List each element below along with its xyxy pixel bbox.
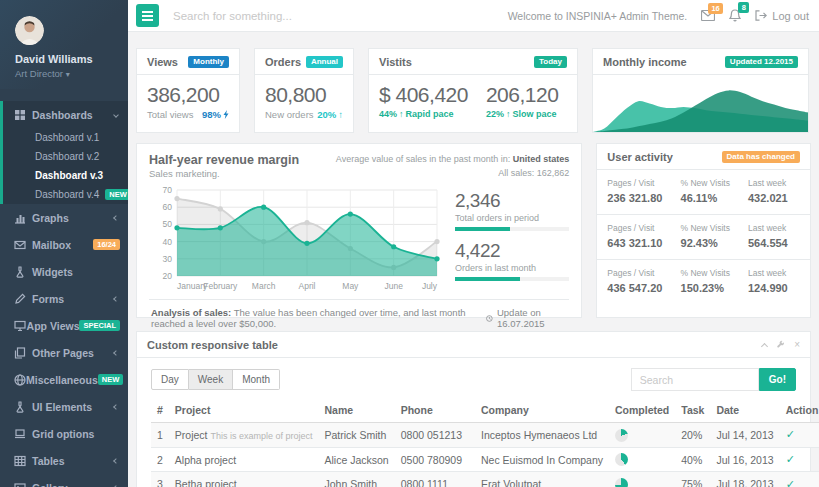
logout-button[interactable]: Log out	[755, 10, 809, 22]
svg-text:March: March	[252, 281, 276, 291]
col-header-name[interactable]: Name	[319, 400, 395, 423]
sign-out-icon	[755, 10, 767, 21]
page-content: Views Monthly 386,200 Total views 98% Or…	[128, 32, 819, 487]
table-search-input[interactable]	[631, 368, 759, 391]
sidebar-subitem-dashboard-v-3[interactable]: Dashboard v.3	[3, 166, 128, 185]
chevron-left-icon	[113, 215, 119, 221]
messages-count-badge: 16	[708, 3, 723, 14]
col-header-task[interactable]: Task	[675, 400, 710, 423]
level-up-icon: ↑	[399, 109, 404, 119]
avatar-image	[15, 16, 44, 45]
avatar[interactable]	[15, 16, 44, 45]
panel-tools: ×	[762, 339, 800, 350]
tab-day[interactable]: Day	[151, 369, 189, 390]
bolt-icon	[223, 110, 229, 119]
chevron-left-icon	[113, 350, 119, 356]
views-value: 386,200	[147, 83, 229, 107]
notifications-button[interactable]: 8	[729, 9, 741, 22]
sidebar-badge: NEW	[98, 374, 124, 386]
kpi-last-month-orders-bar	[455, 277, 569, 281]
welcome-text: Welcome to INSPINIA+ Admin Theme.	[508, 10, 688, 22]
sidebar-badge: NEW	[105, 189, 128, 201]
svg-text:50: 50	[163, 219, 173, 229]
col-header-phone[interactable]: Phone	[395, 400, 475, 423]
flask-icon	[14, 266, 26, 278]
revenue-footer: Analysis of sales: The value has been ch…	[149, 299, 569, 336]
desktop-icon	[14, 320, 26, 332]
table-row[interactable]: 1 Project This is example of project Pat…	[151, 423, 819, 448]
table-icon	[14, 455, 26, 467]
menu-toggle-button[interactable]	[136, 4, 159, 27]
col-header-date[interactable]: Date	[710, 400, 779, 423]
stats-row: Views Monthly 386,200 Total views 98% Or…	[136, 48, 811, 133]
data-changed-badge: Data has changed	[722, 151, 800, 163]
sidebar-item-other-pages[interactable]: Other Pages	[0, 339, 128, 366]
settings-button[interactable]	[776, 340, 785, 349]
revenue-summary: Average value of sales in the past month…	[336, 153, 569, 180]
table-search-go-button[interactable]: Go!	[759, 368, 796, 391]
user-activity-title: User activity	[607, 151, 672, 163]
table-row[interactable]: 2 Alpha project Alice Jackson 0500 78090…	[151, 447, 819, 472]
sidebar-item-miscellaneous[interactable]: MiscellaneousNEW	[0, 366, 128, 393]
col-header-action[interactable]: Action	[780, 400, 819, 423]
chevron-left-icon	[113, 296, 119, 302]
views-stat-panel: Views Monthly 386,200 Total views 98%	[136, 48, 240, 133]
tab-week[interactable]: Week	[189, 369, 233, 390]
svg-text:April: April	[298, 281, 315, 291]
views-period-badge: Monthly	[188, 56, 229, 68]
clock-icon	[486, 314, 493, 323]
user-activity-row: Pages / Visit643 321.10% New Visits92.43…	[597, 215, 810, 260]
sidebar-badge: SPECIAL	[79, 320, 120, 332]
sidebar-item-forms[interactable]: Forms	[0, 285, 128, 312]
sidebar-item-dashboards[interactable]: Dashboards	[3, 101, 128, 128]
envelope-icon	[14, 239, 26, 251]
sidebar-item-mailbox[interactable]: Mailbox16/24	[0, 231, 128, 258]
visits-period-badge: Today	[534, 56, 567, 68]
check-icon: ✓	[786, 453, 795, 465]
table-panel-title: Custom responsive table	[147, 339, 278, 351]
svg-text:60: 60	[163, 202, 173, 212]
views-title: Views	[147, 56, 178, 68]
close-button[interactable]: ×	[794, 339, 800, 350]
sidebar-subitem-dashboard-v-4[interactable]: Dashboard v.4NEW	[3, 185, 128, 204]
check-icon: ✓	[786, 428, 795, 440]
search-input[interactable]	[173, 10, 508, 22]
profile-role-dropdown[interactable]: Art Director ▾	[15, 68, 128, 79]
svg-text:40: 40	[163, 237, 173, 247]
sidebar-item-gallery[interactable]: Gallery	[0, 474, 128, 487]
visits-title: Vistits	[379, 56, 412, 68]
th-large-icon	[14, 109, 26, 121]
messages-button[interactable]: 16	[701, 10, 715, 21]
table-search: Go!	[631, 368, 796, 391]
sidebar-item-graphs[interactable]: Graphs	[0, 204, 128, 231]
col-header-company[interactable]: Company	[475, 400, 609, 423]
sidebar-subitem-dashboard-v-1[interactable]: Dashboard v.1	[3, 128, 128, 147]
sidebar-item-grid-options[interactable]: Grid options	[0, 420, 128, 447]
chevron-left-icon	[113, 458, 119, 464]
col-header-completed[interactable]: Completed	[609, 400, 675, 423]
sidebar-item-app-views[interactable]: App ViewsSPECIAL	[0, 312, 128, 339]
completed-pie-icon	[615, 453, 628, 466]
main-area: Welcome to INSPINIA+ Admin Theme. 16 8 L…	[128, 0, 819, 487]
laptop-icon	[14, 428, 26, 440]
sidebar-badge: 16/24	[93, 239, 120, 251]
orders-stat-panel: Orders Annual 80,800 New orders 20%↑	[254, 48, 354, 133]
kpi-total-orders-bar	[455, 227, 569, 231]
orders-value: 80,800	[265, 83, 343, 107]
tab-month[interactable]: Month	[233, 369, 280, 390]
files-icon	[14, 347, 26, 359]
level-up-icon: ↑	[506, 109, 511, 119]
sidebar-subitem-dashboard-v-2[interactable]: Dashboard v.2	[3, 147, 128, 166]
table-toolbar: DayWeekMonth Go!	[137, 358, 810, 400]
collapse-button[interactable]	[762, 341, 767, 349]
pencil-icon	[14, 293, 26, 305]
orders-period-badge: Annual	[306, 56, 343, 68]
orders-title: Orders	[265, 56, 301, 68]
sidebar-item-widgets[interactable]: Widgets	[0, 258, 128, 285]
col-header-project[interactable]: Project	[169, 400, 319, 423]
kpi-total-orders: 2,346	[455, 190, 569, 212]
table-row[interactable]: 3 Betha project John Smith 0800 1111 Era…	[151, 472, 819, 487]
sidebar-item-ui-elements[interactable]: UI Elements	[0, 393, 128, 420]
sidebar-item-tables[interactable]: Tables	[0, 447, 128, 474]
col-header-num[interactable]: #	[151, 400, 169, 423]
